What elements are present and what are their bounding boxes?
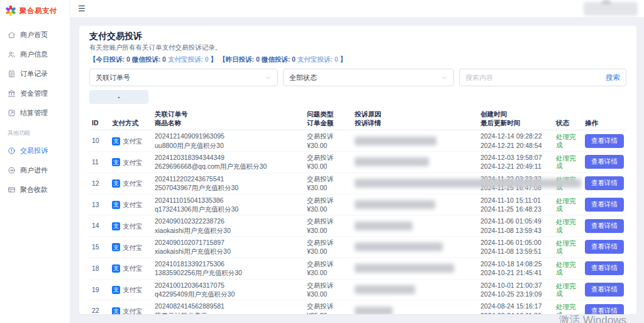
orders-icon	[8, 70, 16, 78]
updated-time: 2024-11-08 13:59:51	[480, 247, 551, 256]
table-row: 12支支付宝20241122022436755412507043967用户充值积…	[89, 173, 626, 194]
stats-line: 【今日投诉: 0 微信投诉: 0 支付宝投诉: 0 】 【昨日投诉: 0 微信投…	[89, 55, 626, 64]
table-body: 10支支付宝2024121409091963095uu8800用户充值积分30交…	[89, 130, 626, 314]
stat-label: 支付宝投诉:	[168, 55, 203, 63]
order-amount: ¥30.00	[307, 141, 350, 150]
view-detail-button[interactable]: 查看详情	[585, 283, 624, 297]
payment-method-label: 支付宝	[123, 159, 143, 166]
users-icon	[8, 50, 16, 59]
payment-method-label: 支付宝	[123, 137, 143, 145]
product-name: 2629696668@qq.com用户充值积分30	[155, 162, 302, 171]
order-amount: ¥30.00	[307, 226, 350, 235]
issue-type: 交易投诉	[307, 238, 350, 247]
sidebar-item-label: 结算管理	[20, 108, 48, 118]
cell-id: 10	[89, 130, 109, 152]
brand-name: 聚合易支付	[19, 6, 57, 16]
payment-method: 支支付宝	[112, 307, 143, 314]
sidebar-item-onboarding[interactable]: 商户进件	[0, 161, 70, 180]
issue-type: 交易投诉	[307, 174, 350, 183]
cell-id: 18	[89, 258, 109, 279]
view-detail-button[interactable]: 查看详情	[585, 304, 624, 314]
sidebar-item-label: 交易投诉	[20, 146, 48, 156]
created-time: 2024-11-10 15:11:01	[480, 196, 551, 205]
chevron-down-icon	[441, 74, 448, 81]
status-badge: 处理完成	[556, 261, 576, 276]
order-amount: ¥30.00	[307, 247, 350, 256]
complaints-table: ID支付方式关联订单号商品名称问题类型订单金额投诉原因投诉详情创建时间最后更新时…	[89, 108, 626, 314]
view-detail-button[interactable]: 查看详情	[585, 155, 624, 169]
updated-time: 2024-11-25 16:48:23	[480, 205, 551, 213]
page-title: 支付交易投诉	[89, 31, 626, 41]
column-header: 操作	[582, 108, 626, 130]
search-button[interactable]: 搜索	[600, 73, 626, 82]
redacted-complaint-content	[355, 307, 392, 314]
redacted-complaint-content	[355, 179, 581, 188]
stats-group: 【昨日投诉: 0 微信投诉: 0 支付宝投诉: 0 】	[219, 55, 347, 63]
status-badge: 处理完成	[556, 303, 576, 314]
view-detail-button[interactable]: 查看详情	[585, 219, 624, 233]
sidebar-item-funds[interactable]: 资金管理	[0, 84, 70, 103]
brand-logo[interactable]: 聚合易支付	[0, 0, 70, 23]
order-number-select[interactable]: 关联订单号	[89, 69, 278, 86]
status-select[interactable]: 全部状态	[283, 69, 454, 86]
view-detail-button[interactable]: 查看详情	[585, 176, 624, 190]
stat-value: 0	[126, 55, 130, 63]
stat-value: 0	[162, 55, 166, 63]
table-row: 22支支付宝2024082414562889581芒果云计算共享云交易投诉¥25…	[89, 300, 626, 314]
order-number: 2024111015041335386	[155, 196, 302, 205]
onboarding-icon	[8, 166, 16, 174]
alipay-icon: 支	[112, 137, 120, 145]
updated-time: 2024-10-21 21:45:41	[480, 268, 551, 277]
redacted-complaint-content	[355, 242, 443, 251]
sidebar-item-order-records[interactable]: 订单记录	[0, 64, 70, 84]
sidebar-item-label: 商户进件	[20, 166, 48, 175]
stat-label: 今日投诉:	[96, 55, 125, 63]
created-time: 2024-12-03 19:58:07	[480, 153, 551, 162]
sidebar-item-merchant-info[interactable]: 商户信息	[0, 45, 70, 64]
sidebar-item-collection[interactable]: 聚合收款	[0, 180, 70, 200]
order-number: 2024121409091963095	[155, 132, 302, 140]
product-name: 芒果云计算共享云	[155, 311, 302, 314]
table-header-row: ID支付方式关联订单号商品名称问题类型订单金额投诉原因投诉详情创建时间最后更新时…	[89, 108, 626, 130]
table-row: 11支支付宝20241203183943443492629696668@qq.c…	[89, 152, 626, 173]
status-badge: 处理完成	[556, 133, 576, 148]
mini-action-button[interactable]: ▪	[89, 90, 148, 104]
search-input[interactable]	[460, 74, 600, 81]
view-detail-button[interactable]: 查看详情	[585, 261, 624, 275]
view-detail-button[interactable]: 查看详情	[585, 198, 624, 212]
order-number: 2024100120364317075	[155, 281, 302, 290]
payment-method: 支支付宝	[112, 158, 143, 166]
product-name: 13835902256用户充值积分30	[155, 268, 302, 277]
hamburger-icon[interactable]: ☰	[78, 4, 86, 13]
cell-id: 14	[89, 215, 109, 237]
sidebar-item-settlement[interactable]: 结算管理	[0, 103, 70, 123]
status-badge: 处理完成	[556, 154, 576, 169]
order-number: 2024120318394344349	[155, 153, 302, 162]
stat-value: 0	[256, 55, 260, 63]
user-profile-blurred[interactable]	[584, 2, 638, 16]
column-header: 问题类型订单金额	[304, 108, 352, 130]
product-name: q173241306用户充值积分30	[155, 205, 302, 213]
created-time: 2024-10-18 14:08:25	[480, 259, 551, 268]
settlement-icon	[8, 109, 16, 117]
issue-type: 交易投诉	[307, 153, 350, 162]
status-badge: 处理完成	[556, 197, 576, 212]
stat-label: 支付宝投诉:	[297, 55, 333, 63]
funds-icon	[8, 89, 16, 98]
view-detail-button[interactable]: 查看详情	[585, 240, 624, 254]
column-header: 投诉原因投诉详情	[352, 108, 478, 130]
stat-label: 微信投诉:	[262, 55, 291, 63]
topbar: ☰	[70, 0, 644, 18]
table-row: 15支支付宝2024090102071715897xiaokaishi用户充值积…	[89, 237, 626, 258]
stat-value: 0	[292, 55, 296, 63]
cell-id: 15	[89, 237, 109, 258]
status-badge: 处理完成	[556, 239, 576, 254]
sidebar-item-complaints[interactable]: 交易投诉	[0, 141, 70, 161]
view-detail-button[interactable]: 查看详情	[585, 134, 624, 148]
created-time: 2024-08-24 15:16:17	[480, 302, 551, 310]
payment-method-label: 支付宝	[123, 264, 143, 272]
sidebar-item-home[interactable]: 商户首页	[0, 25, 70, 45]
updated-time: 2024-10-25 23:19:09	[480, 290, 551, 298]
content-area: 支付交易投诉 有关您账户所有有关订单支付交易投诉记录。 【今日投诉: 0 微信投…	[70, 18, 644, 323]
sidebar-item-label: 聚合收款	[20, 185, 48, 195]
